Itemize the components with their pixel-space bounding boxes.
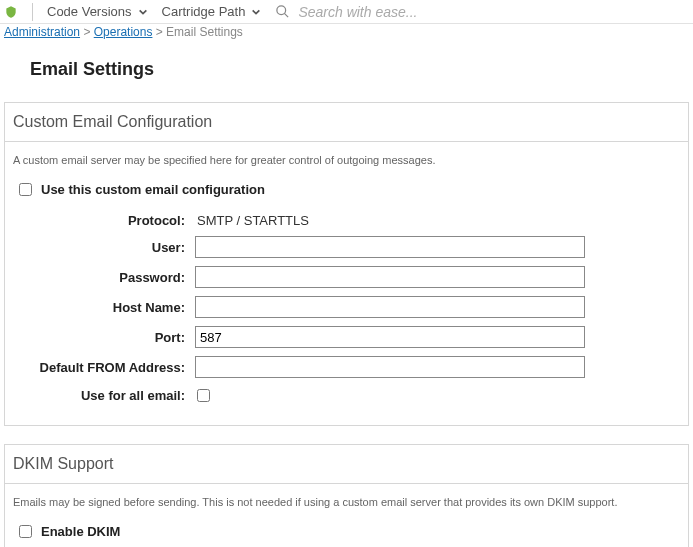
protocol-label: Protocol: xyxy=(5,213,195,228)
password-label: Password: xyxy=(5,270,195,285)
form-table: Protocol: SMTP / STARTTLS User: Password… xyxy=(5,213,688,425)
svg-point-0 xyxy=(277,6,286,15)
enable-dkim-label: Enable DKIM xyxy=(41,524,120,539)
panel-header: Custom Email Configuration xyxy=(5,103,688,142)
use-custom-checkbox[interactable] xyxy=(19,183,32,196)
dropdown-label: Code Versions xyxy=(47,4,132,19)
dkim-panel: DKIM Support Emails may be signed before… xyxy=(4,444,689,547)
use-custom-label: Use this custom email configuration xyxy=(41,182,265,197)
panel-desc: Emails may be signed before sending. Thi… xyxy=(5,484,688,522)
enable-dkim-row: Enable DKIM xyxy=(5,522,688,547)
chevron-down-icon xyxy=(138,7,148,17)
user-label: User: xyxy=(5,240,195,255)
cartridge-path-dropdown[interactable]: Cartridge Path xyxy=(162,4,262,19)
password-input[interactable] xyxy=(195,266,585,288)
hostname-label: Host Name: xyxy=(5,300,195,315)
breadcrumb-sep: > xyxy=(83,25,93,39)
port-input[interactable] xyxy=(195,326,585,348)
from-address-label: Default FROM Address: xyxy=(5,360,195,375)
shield-icon xyxy=(4,4,18,20)
custom-email-panel: Custom Email Configuration A custom emai… xyxy=(4,102,689,426)
breadcrumb: Administration > Operations > Email Sett… xyxy=(0,24,693,45)
hostname-input[interactable] xyxy=(195,296,585,318)
panel-desc: A custom email server may be specified h… xyxy=(5,142,688,180)
breadcrumb-operations[interactable]: Operations xyxy=(94,25,153,39)
use-custom-row: Use this custom email configuration xyxy=(5,180,688,213)
dropdown-label: Cartridge Path xyxy=(162,4,246,19)
from-address-input[interactable] xyxy=(195,356,585,378)
divider xyxy=(32,3,33,21)
use-all-label: Use for all email: xyxy=(5,388,195,403)
topbar: Code Versions Cartridge Path xyxy=(0,0,693,24)
protocol-value: SMTP / STARTTLS xyxy=(195,213,309,228)
use-all-checkbox[interactable] xyxy=(197,389,210,402)
breadcrumb-administration[interactable]: Administration xyxy=(4,25,80,39)
chevron-down-icon xyxy=(251,7,261,17)
panel-header: DKIM Support xyxy=(5,445,688,484)
svg-line-1 xyxy=(285,13,289,17)
port-label: Port: xyxy=(5,330,195,345)
breadcrumb-current: Email Settings xyxy=(166,25,243,39)
enable-dkim-checkbox[interactable] xyxy=(19,525,32,538)
code-versions-dropdown[interactable]: Code Versions xyxy=(47,4,148,19)
search-wrap xyxy=(275,3,685,21)
breadcrumb-sep: > xyxy=(156,25,166,39)
page-title: Email Settings xyxy=(30,59,693,80)
user-input[interactable] xyxy=(195,236,585,258)
search-input[interactable] xyxy=(296,3,685,21)
search-icon xyxy=(275,4,290,19)
